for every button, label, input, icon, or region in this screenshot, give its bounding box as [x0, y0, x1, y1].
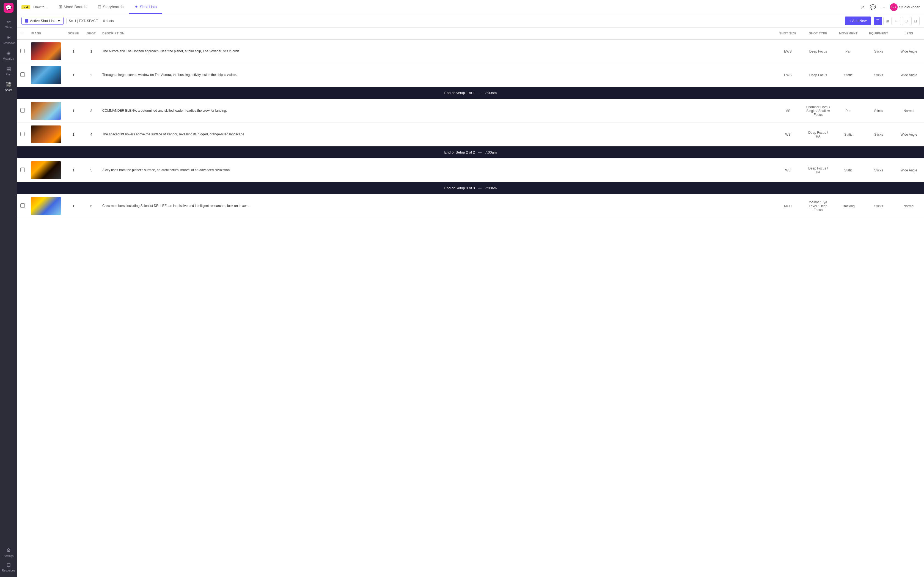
table-area: IMAGE SCENE SHOT DESCRIPTION SHOT SIZE S… — [17, 27, 924, 577]
row-checkbox[interactable] — [20, 132, 25, 136]
sidebar-item-label: Visualize — [3, 57, 14, 60]
setup-separator-dash: — — [478, 186, 482, 190]
sidebar-item-label: Write — [5, 26, 11, 29]
plan-icon: ▤ — [6, 66, 11, 72]
row-movement: Tracking — [833, 194, 863, 218]
row-scene: 1 — [64, 194, 83, 218]
main-content: v 4 How to... ⊞ Mood Boards ⊟ Storyboard… — [17, 0, 924, 577]
user-area[interactable]: SB StudioBinder — [890, 3, 919, 11]
tab-label: Mood Boards — [64, 5, 87, 9]
more-view-button[interactable]: ··· — [893, 17, 901, 25]
row-scene: 1 — [64, 123, 83, 147]
tab-storyboards[interactable]: ⊟ Storyboards — [92, 0, 129, 14]
row-movement: Static — [833, 123, 863, 147]
row-movement: Pan — [833, 39, 863, 63]
columns-button[interactable]: ⊟ — [911, 17, 919, 25]
row-shot-number: 1 — [83, 39, 100, 63]
row-equipment: Sticks — [863, 99, 894, 123]
sidebar-item-plan[interactable]: ▤ Plan — [2, 64, 16, 78]
row-checkbox[interactable] — [20, 203, 25, 208]
row-lens: Normal — [894, 194, 924, 218]
shot-list-indicator — [25, 19, 28, 23]
add-new-button[interactable]: + Add New — [845, 16, 871, 25]
row-shot-size: EWS — [773, 39, 803, 63]
select-all-checkbox[interactable] — [20, 31, 24, 35]
row-thumbnail-cell — [28, 158, 64, 182]
shots-count: 6 shots — [103, 19, 114, 23]
row-shot-number: 4 — [83, 123, 100, 147]
row-description: Through a large, curved window on The Au… — [100, 63, 773, 87]
col-checkbox — [17, 27, 28, 39]
table-row: 1 3 COMMANDER ELENA, a determined and sk… — [17, 99, 924, 123]
row-description: The spacecraft hovers above the surface … — [100, 123, 773, 147]
col-equipment: EQUIPMENT — [863, 27, 894, 39]
row-checkbox[interactable] — [20, 73, 25, 77]
setup-separator-1: End of Setup 1 of 1 — 7:00am — [17, 87, 924, 99]
shot-thumbnail[interactable] — [31, 126, 61, 143]
sidebar-item-label: Settings — [3, 554, 13, 558]
sidebar-item-visualize[interactable]: ◈ Visualize — [2, 48, 16, 63]
write-icon: ✏ — [6, 19, 11, 25]
row-checkbox[interactable] — [20, 108, 25, 113]
row-shot-size: MCU — [773, 194, 803, 218]
version-badge[interactable]: v 4 — [21, 5, 30, 10]
row-lens: Wide Angle — [894, 39, 924, 63]
row-checkbox-cell — [17, 63, 28, 87]
row-shot-type: Deep Focus / HA — [803, 158, 833, 182]
avatar: SB — [890, 3, 898, 11]
sidebar-item-label: Breakdown — [2, 42, 15, 45]
row-checkbox[interactable] — [20, 168, 25, 172]
row-shot-type: Deep Focus / HA — [803, 123, 833, 147]
filter-button[interactable]: ⊡ — [902, 17, 910, 25]
shot-list-label: Active Shot Lists — [30, 19, 56, 23]
sidebar-item-resources[interactable]: ⊟ Resources — [2, 560, 16, 574]
tab-shot-lists[interactable]: ✦ Shot Lists — [129, 0, 162, 14]
sidebar: 💬 ✏ Write ⊞ Breakdown ◈ Visualize ▤ Plan… — [0, 0, 17, 577]
scene-badge: Sc. 1 | EXT. SPACE — [66, 18, 100, 24]
shot-thumbnail[interactable] — [31, 102, 61, 120]
comment-icon[interactable]: 💬 — [869, 3, 877, 11]
row-thumbnail-cell — [28, 63, 64, 87]
setup-label: End of Setup 3 of 3 — 7:00am — [17, 182, 924, 194]
row-shot-type: Shoulder Level / Single / Shallow Focus — [803, 99, 833, 123]
col-shot-size: SHOT SIZE — [773, 27, 803, 39]
table-row: 1 6 Crew members, including Scientist DR… — [17, 194, 924, 218]
breakdown-icon: ⊞ — [6, 34, 11, 40]
nav-tabs: ⊞ Mood Boards ⊟ Storyboards ✦ Shot Lists — [53, 0, 858, 14]
row-equipment: Sticks — [863, 63, 894, 87]
grid-view-button[interactable]: ⊞ — [883, 17, 892, 25]
shot-thumbnail[interactable] — [31, 197, 61, 215]
col-lens: LENS — [894, 27, 924, 39]
row-equipment: Sticks — [863, 39, 894, 63]
visualize-icon: ◈ — [6, 50, 10, 56]
share-icon[interactable]: ↗ — [859, 3, 865, 11]
row-shot-number: 2 — [83, 63, 100, 87]
setup-separator-dash: — — [478, 150, 482, 154]
row-shot-type: 2-Shot / Eye Level / Deep Focus — [803, 194, 833, 218]
row-description: COMMANDER ELENA, a determined and skille… — [100, 99, 773, 123]
app-logo[interactable]: 💬 — [3, 3, 13, 13]
sidebar-item-shoot[interactable]: 🎬 Shoot — [2, 79, 16, 94]
col-scene: SCENE — [64, 27, 83, 39]
row-lens: Wide Angle — [894, 63, 924, 87]
row-checkbox[interactable] — [20, 49, 25, 53]
col-shot-type: SHOT TYPE — [803, 27, 833, 39]
more-icon[interactable]: ··· — [880, 3, 887, 11]
shot-list-dropdown[interactable]: Active Shot Lists ▾ — [21, 17, 64, 25]
row-shot-number: 5 — [83, 158, 100, 182]
tab-mood-boards[interactable]: ⊞ Mood Boards — [53, 0, 92, 14]
shoot-icon: 🎬 — [5, 81, 11, 87]
sidebar-item-settings[interactable]: ⚙ Settings — [2, 545, 16, 560]
shot-thumbnail[interactable] — [31, 66, 61, 84]
sidebar-item-breakdown[interactable]: ⊞ Breakdown — [2, 32, 16, 47]
table-row: 1 2 Through a large, curved window on Th… — [17, 63, 924, 87]
breadcrumb: How to... — [33, 5, 47, 9]
sidebar-item-write[interactable]: ✏ Write — [2, 16, 16, 31]
row-scene: 1 — [64, 99, 83, 123]
shot-thumbnail[interactable] — [31, 161, 61, 179]
table-view-button[interactable]: ☰ — [874, 17, 882, 25]
shot-thumbnail[interactable] — [31, 42, 61, 60]
shot-table: IMAGE SCENE SHOT DESCRIPTION SHOT SIZE S… — [17, 27, 924, 218]
row-shot-number: 3 — [83, 99, 100, 123]
settings-icon: ⚙ — [6, 547, 11, 553]
